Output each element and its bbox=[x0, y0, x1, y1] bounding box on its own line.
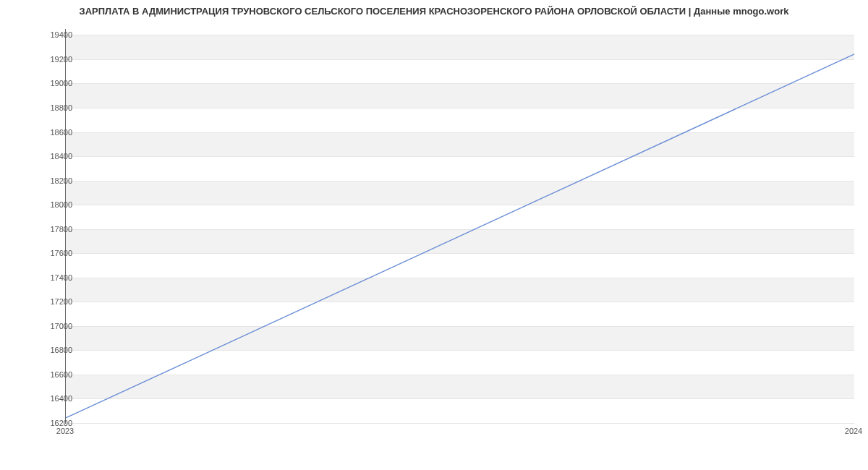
data-line bbox=[66, 29, 854, 423]
y-tick-label: 17800 bbox=[36, 225, 72, 234]
y-tick-label: 19000 bbox=[36, 79, 72, 87]
y-tick-label: 18800 bbox=[36, 103, 72, 112]
line-chart: ЗАРПЛАТА В АДМИНИСТРАЦИЯ ТРУНОВСКОГО СЕЛ… bbox=[0, 0, 868, 448]
y-tick-label: 19200 bbox=[36, 55, 72, 64]
y-tick-label: 18200 bbox=[36, 176, 72, 185]
y-tick-label: 17600 bbox=[36, 249, 72, 257]
chart-title: ЗАРПЛАТА В АДМИНИСТРАЦИЯ ТРУНОВСКОГО СЕЛ… bbox=[0, 6, 868, 17]
y-tick-label: 16600 bbox=[36, 370, 72, 379]
y-tick-label: 18000 bbox=[36, 200, 72, 209]
y-tick-label: 17400 bbox=[36, 273, 72, 282]
y-tick-label: 17000 bbox=[36, 322, 72, 330]
x-tick-label: 2023 bbox=[56, 427, 74, 435]
y-tick-label: 16800 bbox=[36, 346, 72, 354]
x-tick-label: 2024 bbox=[845, 427, 862, 435]
y-tick-label: 19400 bbox=[36, 30, 72, 39]
y-tick-label: 18400 bbox=[36, 152, 72, 161]
y-tick-label: 17200 bbox=[36, 297, 72, 306]
y-tick-label: 16400 bbox=[36, 394, 72, 403]
plot-area bbox=[65, 29, 854, 424]
y-tick-label: 18600 bbox=[36, 128, 72, 137]
